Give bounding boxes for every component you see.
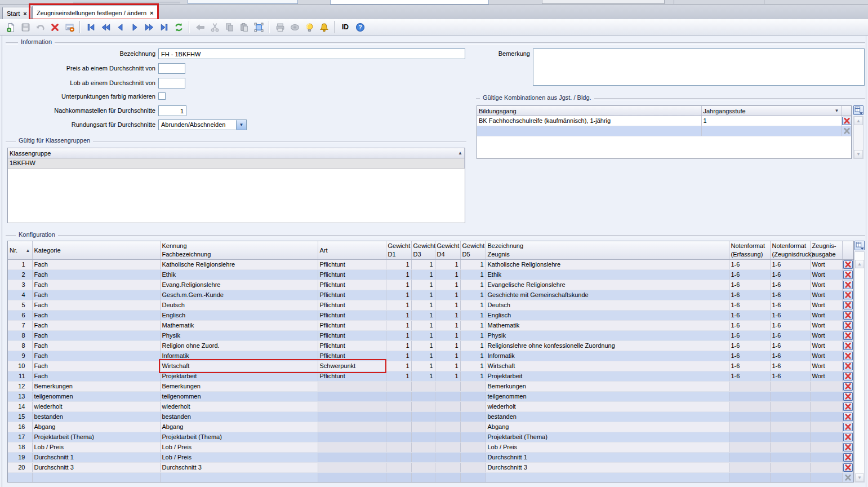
table-row[interactable]: 19Durchschnitt 1Lob / PreisDurchschnitt …: [8, 453, 853, 463]
table-row[interactable]: 20Durchschnitt 3Durchschnitt 3Durchschni…: [8, 463, 853, 473]
nav-forward-button[interactable]: [128, 20, 141, 34]
delete-row-button[interactable]: [843, 413, 853, 421]
table-row[interactable]: 11FachProjektarbeitPflichtunt1111Projekt…: [8, 371, 853, 382]
column-header-gewicht[interactable]: GewichtD4: [435, 241, 460, 260]
delete-row-button[interactable]: [843, 342, 853, 350]
delete-row-button[interactable]: [843, 423, 853, 431]
delete-button[interactable]: [48, 20, 61, 34]
table-row[interactable]: 13teilgenommenteilgenommenteilgenommen: [8, 392, 853, 402]
delete-row-button[interactable]: [843, 463, 853, 472]
column-header-kategorie[interactable]: Kategorie: [32, 241, 160, 260]
table-row[interactable]: 1BKFHW: [8, 158, 465, 169]
nav-fast-back-button[interactable]: [99, 20, 112, 34]
scroll-up-icon[interactable]: ▲: [855, 260, 864, 268]
delete-row-button[interactable]: [843, 291, 853, 299]
column-header-gewicht[interactable]: GewichtD5: [460, 241, 486, 260]
nav-first-button[interactable]: [84, 20, 97, 34]
table-row[interactable]: BK Fachhochschulreife (kaufmännisch), 1-…: [477, 116, 852, 126]
nav-back-button[interactable]: [113, 20, 127, 34]
column-chooser-button[interactable]: [853, 105, 863, 115]
delete-row-button[interactable]: [843, 321, 853, 330]
delete-row-button[interactable]: [843, 301, 853, 309]
delete-row-button[interactable]: [843, 433, 853, 441]
column-header-zeugnis-[interactable]: Zeugnis-ausgabe: [810, 241, 842, 260]
delete-row-button[interactable]: [842, 117, 852, 125]
column-header-gewicht[interactable]: GewichtD3: [411, 241, 435, 260]
delete-row-button[interactable]: [843, 392, 853, 401]
column-header-bildungsgang[interactable]: Bildungsgang: [477, 106, 701, 116]
lob-input[interactable]: [158, 78, 185, 88]
table-row[interactable]: 17Projektarbeit (Thema)Projektarbeit (Th…: [8, 432, 853, 442]
table-row[interactable]: 9FachInformatikPflichtunt1111Informatik1…: [8, 351, 853, 361]
table-row[interactable]: 2FachEthikPflichtunt1111Ethik1-61-6Wort: [8, 270, 853, 280]
column-header-nr-[interactable]: Nr.▲: [8, 241, 32, 260]
table-row[interactable]: 10FachWirtschaftSchwerpunkt1111Wirtschaf…: [8, 361, 853, 371]
table-row[interactable]: 6FachEnglischPflichtunt1111Englisch1-61-…: [8, 311, 853, 321]
nav-fast-forward-button[interactable]: [143, 20, 156, 34]
nachkommastellen-input[interactable]: [158, 105, 186, 116]
delete-row-button[interactable]: [843, 281, 853, 289]
close-icon[interactable]: ×: [23, 11, 26, 16]
delete-row-button[interactable]: [843, 473, 853, 482]
delete-row-button[interactable]: [842, 127, 852, 135]
delete-row-button[interactable]: [843, 362, 853, 370]
column-header-gewicht[interactable]: GewichtD1: [386, 241, 411, 260]
column-header-klassengruppe[interactable]: Klassengruppe▲: [8, 148, 465, 158]
table-row[interactable]: 12BemerkungenBemerkungenBemerkungen: [8, 382, 853, 392]
tab-zeugniseinstellungen[interactable]: Zeugniseinstellungen festlegen / ändern …: [32, 6, 158, 19]
column-chooser-button[interactable]: [854, 241, 865, 250]
table-row[interactable]: 3FachEvang.ReligionslehrePflichtunt1111E…: [8, 280, 853, 290]
delete-row-button[interactable]: [843, 402, 853, 411]
help-button[interactable]: ?: [353, 20, 367, 34]
konfiguration-scrollbar[interactable]: ▲ ▼: [854, 251, 865, 482]
table-row[interactable]: [477, 126, 852, 136]
delete-row-button[interactable]: [843, 443, 853, 451]
new-document-button[interactable]: [4, 20, 17, 34]
delete-row-button[interactable]: [843, 382, 853, 391]
nav-last-button[interactable]: [157, 20, 171, 34]
table-row[interactable]: 8FachPhysikPflichtunt1111Physik1-61-6Wor…: [8, 331, 853, 341]
delete-row-button[interactable]: [843, 453, 853, 462]
close-icon[interactable]: ×: [150, 10, 153, 16]
table-row[interactable]: 14wiederholtwiederholtwiederholt: [8, 402, 853, 412]
lightbulb-button[interactable]: [302, 20, 316, 34]
tab-start[interactable]: Start ×: [2, 7, 32, 19]
table-row[interactable]: [8, 473, 853, 483]
scroll-down-icon[interactable]: ▼: [854, 150, 863, 158]
scroll-down-icon[interactable]: ▼: [855, 473, 864, 482]
rundungsart-combobox[interactable]: Abrunden/Abschneiden ▼: [158, 119, 247, 130]
delete-row-button[interactable]: [843, 331, 853, 340]
delete-row-button[interactable]: [843, 372, 853, 380]
column-header-notenformat[interactable]: Notenformat(Erfassung): [729, 241, 770, 260]
chevron-down-icon[interactable]: ▼: [236, 120, 246, 130]
preis-input[interactable]: [158, 63, 185, 74]
select-rect-button[interactable]: [252, 20, 265, 34]
delete-row-button[interactable]: [843, 352, 853, 360]
delete-row-button[interactable]: [843, 271, 853, 279]
form-remove-button[interactable]: [63, 20, 76, 34]
table-row[interactable]: 8FachReligion ohne Zuord.Pflichtunt1111R…: [8, 341, 853, 351]
filter-dropdown-icon[interactable]: ▼: [835, 108, 839, 113]
delete-row-button[interactable]: [843, 311, 853, 320]
kombinationen-scrollbar[interactable]: ▲ ▼: [853, 116, 863, 159]
refresh-button[interactable]: [172, 20, 185, 34]
bemerkung-textarea[interactable]: [533, 48, 865, 86]
id-button[interactable]: ID: [339, 20, 352, 34]
table-row[interactable]: 16AbgangAbgangAbgang: [8, 422, 853, 432]
bezeichnung-input[interactable]: [158, 48, 465, 59]
table-row[interactable]: 1FachKatholische ReligionslehrePflichtun…: [8, 260, 853, 270]
table-row[interactable]: 7FachMathematikPflichtunt1111Mathematik1…: [8, 321, 853, 331]
table-row[interactable]: 4FachGesch.m.Gem.-KundePflichtunt1111Ges…: [8, 290, 853, 300]
bell-button[interactable]: [317, 20, 331, 34]
scroll-up-icon[interactable]: ▲: [854, 117, 863, 125]
column-header-art[interactable]: Art: [318, 241, 386, 260]
table-row[interactable]: 5FachDeutschPflichtunt1111Deutsch1-61-6W…: [8, 300, 853, 311]
column-header-jahrgangsstufe[interactable]: Jahrgangsstufe▼: [701, 106, 841, 116]
column-header-kennung[interactable]: KennungFachbezeichnung: [160, 241, 318, 260]
table-row[interactable]: 15bestandenbestandenbestanden: [8, 412, 853, 422]
column-header-notenformat[interactable]: Notenformat(Zeugnisdruck): [770, 241, 810, 260]
unterpunktungen-checkbox[interactable]: [158, 92, 166, 100]
column-header-bezeichnung[interactable]: BezeichnungZeugnis: [486, 241, 729, 260]
delete-row-button[interactable]: [843, 260, 853, 269]
table-row[interactable]: 18Lob / PreisLob / PreisLob / Preis: [8, 442, 853, 453]
